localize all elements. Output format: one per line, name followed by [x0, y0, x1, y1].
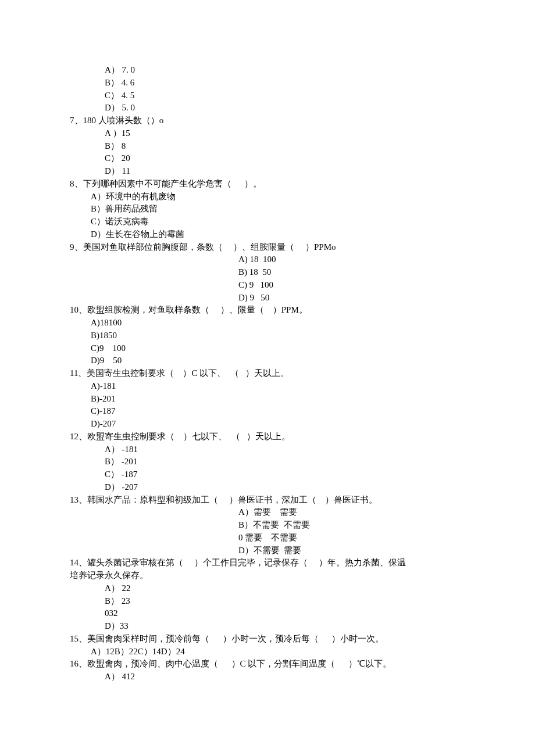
q13-opt-a: A）需要 需要 [238, 506, 465, 519]
q14-opt-c: 032 [105, 607, 465, 620]
q10-opt-a: A)18100 [91, 317, 465, 329]
q12-opt-c: C） -187 [105, 468, 465, 481]
q14-text-line2: 培养记录永久保存。 [70, 569, 465, 582]
q11-text: 11、美国寄生虫控制要求（ ）C 以下、 （ ）天以上。 [70, 367, 465, 380]
q11-options: A)-181 B)-201 C)-187 D)-207 [70, 380, 465, 431]
q14-opt-d: D）33 [105, 620, 465, 633]
q11-opt-b: B)-201 [91, 393, 465, 406]
q8-opt-d: D）生长在谷物上的霉菌 [91, 228, 465, 241]
q8-opt-c: C）诺沃克病毒 [91, 216, 465, 228]
q9-text: 9、美国对鱼取样部位前胸腹部，条数（ ）、组胺限量（ ）PPMo [70, 241, 465, 254]
q6-opt-d: D） 5. 0 [105, 102, 465, 114]
q11-opt-a: A)-181 [91, 380, 465, 393]
q16-options: A） 412 [70, 671, 465, 683]
q8-options: A）环境中的有机废物 B）兽用药品残留 C）诺沃克病毒 D）生长在谷物上的霉菌 [70, 191, 465, 241]
q9-opt-b: B) 18 50 [238, 266, 465, 279]
q11-opt-c: C)-187 [91, 405, 465, 418]
q16-opt-a: A） 412 [105, 671, 465, 683]
q12-options: A） -181 B） -201 C） -187 D） -207 [70, 443, 465, 494]
q14-opt-a: A） 22 [105, 582, 465, 595]
q7-opt-b: B） 8 [105, 140, 465, 153]
q13-text: 13、韩国水产品：原料型和初级加工（ ）兽医证书，深加工（ ）兽医证书。 [70, 494, 465, 507]
q14-opt-b: B） 23 [105, 595, 465, 608]
q7-opt-d: D） 11 [105, 165, 465, 178]
q8-opt-b: B）兽用药品残留 [91, 203, 465, 216]
q10-opt-b: B)1850 [91, 329, 465, 342]
q10-text: 10、欧盟组胺检测，对鱼取样条数（ ）、限量（ ）PPM。 [70, 304, 465, 317]
q12-opt-d: D） -207 [105, 481, 465, 494]
q9-opt-d: D) 9 50 [238, 292, 465, 304]
q14-options: A） 22 B） 23 032 D）33 [70, 582, 465, 633]
q12-text: 12、欧盟寄生虫控制要求（ ）七以下、 （ ）天以上。 [70, 431, 465, 443]
q13-opt-c: 0 需要 不需要 [238, 532, 465, 544]
q14-text-line1: 14、罐头杀菌记录审核在第（ ）个工作日完毕，记录保存（ ）年。热力杀菌、保温 [70, 557, 465, 569]
q13-opt-b: B）不需要 不需要 [238, 519, 465, 532]
q10-opt-d: D)9 50 [91, 354, 465, 367]
q8-text: 8、下列哪种因素中不可能产生化学危害（ ）。 [70, 178, 465, 191]
q15-options: A）12B）22C）14D）24 [70, 646, 465, 658]
q16-text: 16、欧盟禽肉，预冷间、肉中心温度（ ）C 以下，分割车间温度（ ）℃以下。 [70, 658, 465, 671]
q6-opt-a: A） 7. 0 [105, 64, 465, 77]
q6-opt-b: B） 4. 6 [105, 77, 465, 89]
q10-options: A)18100 B)1850 C)9 100 D)9 50 [70, 317, 465, 367]
q11-opt-d: D)-207 [91, 418, 465, 431]
q7-opt-c: C） 20 [105, 152, 465, 165]
q8-opt-a: A）环境中的有机废物 [91, 191, 465, 203]
q9-options: A) 18 100 B) 18 50 C) 9 100 D) 9 50 [70, 253, 465, 304]
q6-options: A） 7. 0 B） 4. 6 C） 4. 5 D） 5. 0 [70, 64, 465, 114]
q7-text: 7、180 人喷淋头数（）o [70, 114, 465, 127]
q7-options: A ）15 B） 8 C） 20 D） 11 [70, 127, 465, 178]
document-page: A） 7. 0 B） 4. 6 C） 4. 5 D） 5. 0 7、180 人喷… [0, 0, 535, 756]
q13-options: A）需要 需要 B）不需要 不需要 0 需要 不需要 D）不需要 需要 [70, 506, 465, 557]
q10-opt-c: C)9 100 [91, 342, 465, 355]
q9-opt-a: A) 18 100 [238, 253, 465, 266]
q9-opt-c: C) 9 100 [238, 279, 465, 292]
q12-opt-b: B） -201 [105, 456, 465, 468]
q7-opt-a: A ）15 [105, 127, 465, 140]
q12-opt-a: A） -181 [105, 443, 465, 456]
q13-opt-d: D）不需要 需要 [238, 544, 465, 557]
q6-opt-c: C） 4. 5 [105, 89, 465, 102]
q15-text: 15、美国禽肉采样时间，预冷前每（ ）小时一次，预冷后每（ ）小时一次。 [70, 633, 465, 646]
q15-opt-a: A）12B）22C）14D）24 [91, 646, 465, 658]
